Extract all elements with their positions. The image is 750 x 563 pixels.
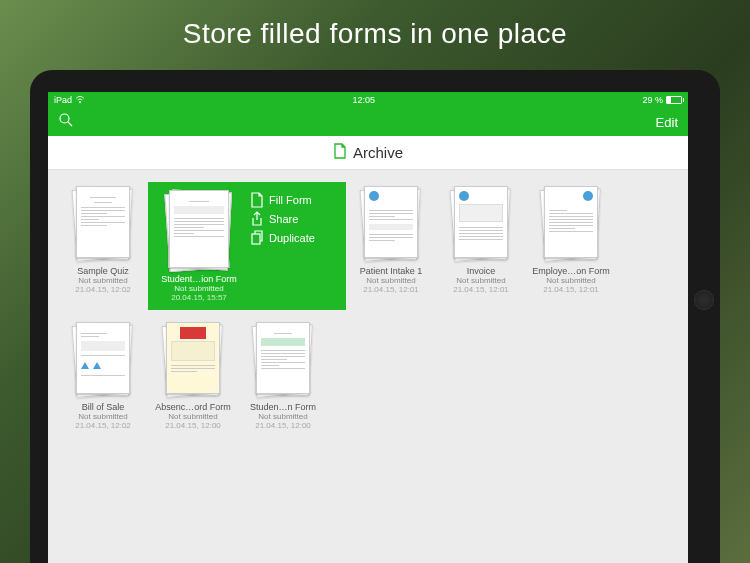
document-icon: [250, 192, 264, 208]
form-thumbnail: [254, 322, 312, 398]
action-label: Share: [269, 213, 298, 225]
form-date: 21.04.15, 12:01: [363, 285, 419, 294]
action-label: Duplicate: [269, 232, 315, 244]
svg-line-2: [68, 122, 72, 126]
form-date: 21.04.15, 12:02: [75, 285, 131, 294]
form-item[interactable]: Invoice Not submitted 21.04.15, 12:01: [436, 182, 526, 310]
form-status: Not submitted: [78, 276, 127, 285]
form-name: Student…ion Form: [154, 274, 244, 284]
form-name: Patient Intake 1: [348, 266, 434, 276]
form-status: Not submitted: [168, 412, 217, 421]
status-left: iPad: [54, 95, 85, 105]
form-date: 21.04.15, 12:02: [75, 421, 131, 430]
form-row-2: Bill of Sale Not submitted 21.04.15, 12:…: [58, 318, 678, 434]
form-item[interactable]: Studen…n Form Not submitted 21.04.15, 12…: [238, 318, 328, 434]
edit-button[interactable]: Edit: [656, 115, 678, 130]
form-date: 21.04.15, 12:01: [453, 285, 509, 294]
search-icon[interactable]: [58, 112, 74, 132]
form-status: Not submitted: [546, 276, 595, 285]
status-time: 12:05: [352, 95, 375, 105]
form-thumbnail: [164, 322, 222, 398]
form-name: Invoice: [438, 266, 524, 276]
form-thumbnail: [542, 186, 600, 262]
action-label: Fill Form: [269, 194, 312, 206]
title-bar: Archive: [48, 136, 688, 170]
form-thumbnail: [74, 186, 132, 262]
form-name: Sample Quiz: [60, 266, 146, 276]
wifi-icon: [75, 96, 85, 104]
form-status: Not submitted: [366, 276, 415, 285]
home-button: [694, 290, 714, 310]
form-thumbnail: [362, 186, 420, 262]
share-icon: [250, 211, 264, 227]
svg-rect-3: [252, 234, 260, 244]
form-status: Not submitted: [174, 284, 223, 293]
screen: iPad 12:05 29 % Edit Archive: [48, 92, 688, 563]
share-action[interactable]: Share: [250, 211, 315, 227]
fill-form-action[interactable]: Fill Form: [250, 192, 315, 208]
promo-headline: Store filled forms in one place: [0, 0, 750, 50]
form-name: Studen…n Form: [240, 402, 326, 412]
document-icon: [333, 143, 347, 163]
form-item[interactable]: Patient Intake 1 Not submitted 21.04.15,…: [346, 182, 436, 310]
tablet-frame: iPad 12:05 29 % Edit Archive: [30, 70, 720, 563]
form-row-1: Sample Quiz Not submitted 21.04.15, 12:0…: [58, 182, 678, 310]
forms-grid: Sample Quiz Not submitted 21.04.15, 12:0…: [48, 170, 688, 563]
form-date: 21.04.15, 12:00: [255, 421, 311, 430]
form-status: Not submitted: [258, 412, 307, 421]
form-thumbnail: [74, 322, 132, 398]
status-bar: iPad 12:05 29 %: [48, 92, 688, 108]
svg-point-0: [79, 102, 81, 104]
form-item[interactable]: Absenc…ord Form Not submitted 21.04.15, …: [148, 318, 238, 434]
action-menu: Fill Form Share Duplicate: [246, 186, 315, 246]
status-right: 29 %: [642, 95, 682, 105]
form-item[interactable]: Employe…on Form Not submitted 21.04.15, …: [526, 182, 616, 310]
form-status: Not submitted: [456, 276, 505, 285]
carrier-label: iPad: [54, 95, 72, 105]
nav-bar: Edit: [48, 108, 688, 136]
form-date: 21.04.15, 12:01: [543, 285, 599, 294]
duplicate-icon: [250, 230, 264, 246]
battery-icon: [666, 96, 682, 104]
form-item[interactable]: Sample Quiz Not submitted 21.04.15, 12:0…: [58, 182, 148, 310]
form-item-selected[interactable]: Student…ion Form Not submitted 20.04.15,…: [148, 182, 346, 310]
form-item[interactable]: Bill of Sale Not submitted 21.04.15, 12:…: [58, 318, 148, 434]
form-thumbnail: [167, 190, 231, 270]
form-name: Employe…on Form: [528, 266, 614, 276]
page-title: Archive: [353, 144, 403, 161]
form-thumbnail: [452, 186, 510, 262]
form-date: 21.04.15, 12:00: [165, 421, 221, 430]
form-status: Not submitted: [78, 412, 127, 421]
battery-percent: 29 %: [642, 95, 663, 105]
form-date: 20.04.15, 15:57: [171, 293, 227, 302]
form-name: Absenc…ord Form: [150, 402, 236, 412]
form-name: Bill of Sale: [60, 402, 146, 412]
duplicate-action[interactable]: Duplicate: [250, 230, 315, 246]
svg-point-1: [60, 114, 69, 123]
